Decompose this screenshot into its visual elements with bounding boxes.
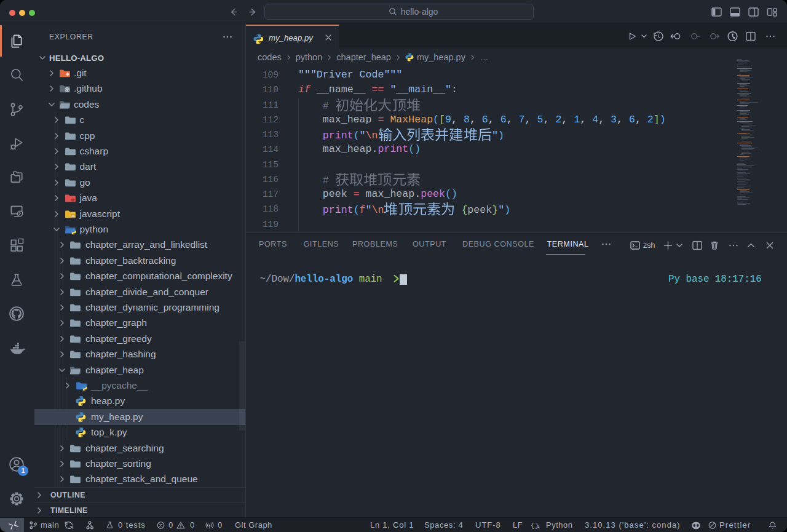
svg-text:{}: {}: [531, 522, 539, 530]
svg-text:JS: JS: [71, 215, 76, 218]
